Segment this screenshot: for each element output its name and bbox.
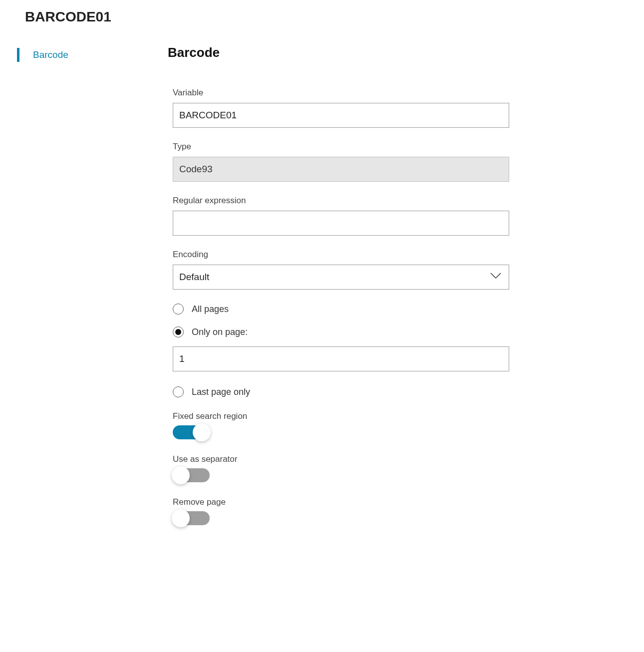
- sidebar: Barcode: [0, 45, 168, 540]
- radio-icon: [173, 326, 184, 337]
- only-on-page-input[interactable]: [173, 346, 509, 371]
- radio-label-only-on-page: Only on page:: [192, 327, 248, 337]
- radio-icon: [173, 304, 184, 315]
- field-regex: Regular expression: [173, 196, 509, 236]
- type-label: Type: [173, 142, 509, 152]
- regex-label: Regular expression: [173, 196, 509, 206]
- section-title: Barcode: [168, 45, 509, 60]
- radio-only-on-page[interactable]: Only on page:: [173, 326, 509, 337]
- field-variable: Variable: [173, 88, 509, 128]
- variable-input[interactable]: [173, 103, 509, 128]
- toggle-remove-page-block: Remove page: [173, 497, 509, 525]
- radio-icon: [173, 386, 184, 397]
- page-title: BARCODE01: [25, 9, 644, 25]
- page-scope-group: All pages Only on page: Last page only: [173, 304, 509, 397]
- fixed-search-region-label: Fixed search region: [173, 411, 509, 421]
- field-encoding: Encoding: [173, 250, 509, 290]
- radio-label-all-pages: All pages: [192, 304, 229, 315]
- variable-label: Variable: [173, 88, 509, 98]
- radio-label-last-page-only: Last page only: [192, 387, 250, 397]
- remove-page-label: Remove page: [173, 497, 509, 507]
- regex-input[interactable]: [173, 211, 509, 236]
- use-as-separator-toggle[interactable]: [173, 468, 210, 482]
- main-panel: Barcode Variable Type Regular expression…: [168, 45, 644, 540]
- toggle-use-as-separator-block: Use as separator: [173, 454, 509, 482]
- fixed-search-region-toggle[interactable]: [173, 425, 210, 439]
- field-type: Type: [173, 142, 509, 182]
- page-header: BARCODE01: [0, 9, 644, 25]
- type-input: [173, 157, 509, 182]
- sidebar-item-label: Barcode: [17, 49, 68, 60]
- encoding-select[interactable]: [173, 265, 509, 290]
- toggle-fixed-search-region-block: Fixed search region: [173, 411, 509, 439]
- use-as-separator-label: Use as separator: [173, 454, 509, 464]
- encoding-value[interactable]: [173, 265, 509, 290]
- sidebar-item-barcode[interactable]: Barcode: [17, 45, 168, 65]
- encoding-label: Encoding: [173, 250, 509, 260]
- remove-page-toggle[interactable]: [173, 511, 210, 525]
- radio-last-page-only[interactable]: Last page only: [173, 386, 509, 397]
- radio-all-pages[interactable]: All pages: [173, 304, 509, 315]
